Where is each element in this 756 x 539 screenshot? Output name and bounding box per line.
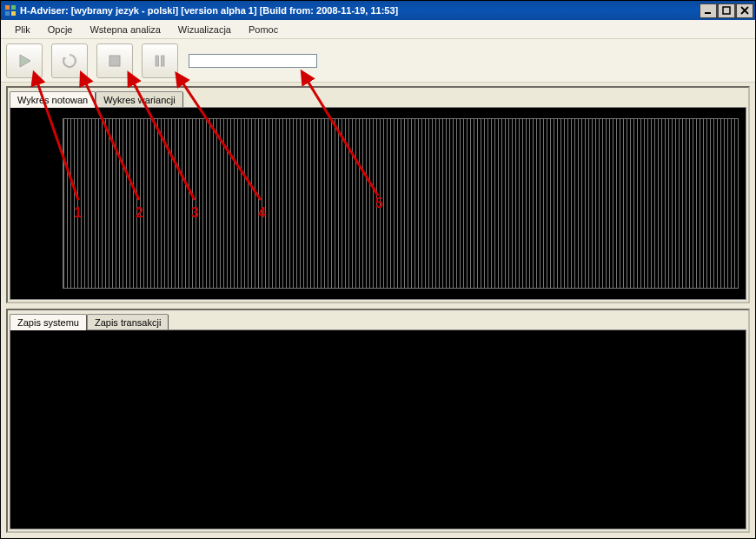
svg-rect-9 (156, 56, 159, 66)
refresh-button[interactable] (51, 43, 88, 78)
play-icon (16, 52, 33, 70)
tab-zapis-systemu[interactable]: Zapis systemu (10, 314, 87, 330)
menubar: Plik Opcje Wstepna analiza Wizualizacja … (1, 20, 755, 39)
chart-panel: Wykres notowan Wykres wariancji (6, 86, 750, 303)
minimize-button[interactable] (700, 3, 717, 18)
svg-rect-2 (5, 11, 10, 16)
minimize-icon (704, 6, 713, 15)
chart-tabstrip: Wykres notowan Wykres wariancji (8, 88, 748, 107)
menu-pomoc[interactable]: Pomoc (240, 22, 287, 37)
window-controls (700, 3, 753, 18)
menu-plik[interactable]: Plik (6, 22, 39, 37)
menu-wizualizacja[interactable]: Wizualizacja (169, 22, 240, 37)
stop-button[interactable] (96, 43, 133, 78)
maximize-button[interactable] (718, 3, 735, 18)
svg-marker-6 (20, 55, 30, 67)
svg-rect-3 (11, 11, 16, 16)
tab-wykres-wariancji[interactable]: Wykres wariancji (96, 91, 182, 108)
toolbar (1, 39, 755, 83)
refresh-icon (61, 52, 78, 70)
chart-plot-area (63, 118, 739, 289)
chart-body (10, 107, 746, 300)
app-icon (4, 4, 17, 17)
progress-bar (189, 54, 317, 68)
titlebar: H-Adviser: [wybrany jezyk - polski] [ver… (1, 1, 755, 20)
log-tabstrip: Zapis systemu Zapis transakcji (8, 310, 748, 329)
stop-icon (106, 52, 123, 70)
tab-zapis-transakcji[interactable]: Zapis transakcji (87, 314, 169, 330)
content-area: Wykres notowan Wykres wariancji Zapis sy… (1, 83, 755, 538)
svg-rect-5 (723, 7, 730, 14)
close-icon (740, 6, 749, 15)
pause-button[interactable] (142, 43, 178, 78)
svg-rect-10 (162, 56, 165, 66)
maximize-icon (722, 6, 731, 15)
menu-wstepna-analiza[interactable]: Wstepna analiza (81, 22, 169, 37)
menu-opcje[interactable]: Opcje (39, 22, 82, 37)
log-body (10, 329, 746, 529)
svg-rect-4 (705, 12, 711, 14)
app-window: H-Adviser: [wybrany jezyk - polski] [ver… (0, 0, 756, 539)
window-title: H-Adviser: [wybrany jezyk - polski] [ver… (20, 5, 700, 16)
close-button[interactable] (736, 3, 753, 18)
svg-rect-0 (5, 5, 10, 10)
svg-rect-8 (109, 56, 120, 66)
svg-rect-1 (11, 5, 16, 10)
play-button[interactable] (6, 43, 43, 78)
tab-wykres-notowan[interactable]: Wykres notowan (10, 91, 96, 108)
log-panel: Zapis systemu Zapis transakcji (6, 309, 750, 533)
pause-icon (151, 52, 169, 70)
